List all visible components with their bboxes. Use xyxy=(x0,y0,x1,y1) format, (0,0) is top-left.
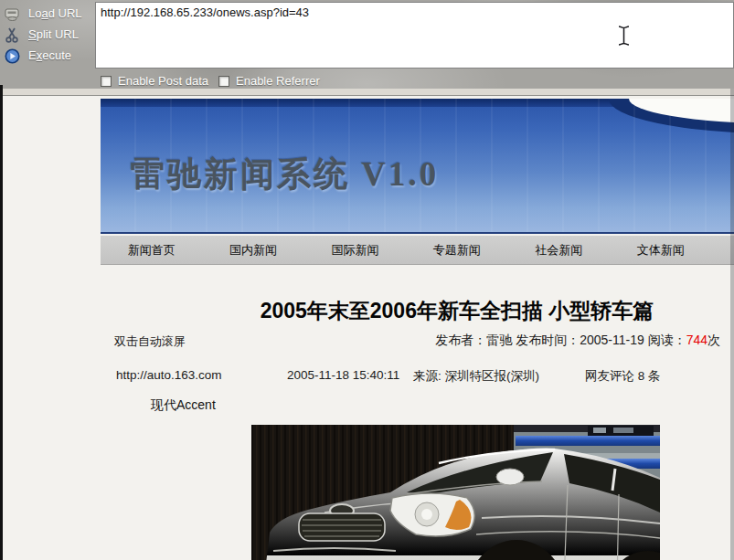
banner-top-band xyxy=(101,99,734,107)
window-left-edge xyxy=(0,85,3,560)
url-input[interactable]: http://192.168.65.233/onews.asp?id=43 xyxy=(95,2,734,69)
split-url-label: Split URL xyxy=(28,27,79,41)
nav-item-special[interactable]: 专题新闻 xyxy=(406,236,507,264)
read-count: 744 xyxy=(686,333,707,347)
execute-button[interactable]: Execute xyxy=(0,48,91,66)
source-row: http://auto.163.com 2005-11-18 15:40:11 … xyxy=(0,368,734,385)
browser-viewport: 雷驰新闻系统 V1.0 新闻首页 国内新闻 国际新闻 专题新闻 社会新闻 文体新… xyxy=(0,96,734,560)
enable-post-data-checkbox[interactable] xyxy=(101,76,112,87)
publisher-meta: 发布者：雷驰 发布时间：2005-11-19 阅读：744次 xyxy=(101,333,720,349)
drive-icon xyxy=(5,6,20,22)
nav-item-society[interactable]: 社会新闻 xyxy=(508,236,610,264)
enable-referrer-checkbox[interactable] xyxy=(218,76,229,87)
nav-item-home[interactable]: 新闻首页 xyxy=(101,236,202,264)
load-url-label: Load URL xyxy=(28,6,82,20)
url-toolbar: Load URL Split URL Execute http://192 xyxy=(0,0,734,89)
nav-item-international[interactable]: 国际新闻 xyxy=(304,236,406,264)
toolbar-bottom-strip xyxy=(0,89,734,96)
site-nav: 新闻首页 国内新闻 国际新闻 专题新闻 社会新闻 文体新闻 xyxy=(101,236,734,265)
blue-play-icon xyxy=(5,48,20,64)
nav-item-culture[interactable]: 文体新闻 xyxy=(610,236,711,264)
scissors-icon xyxy=(5,27,20,43)
source-name: 来源: 深圳特区报(深圳) xyxy=(413,368,539,385)
article-title: 2005年末至2006年新车全扫描 小型轿车篇 xyxy=(101,297,734,325)
enable-post-data-label: Enable Post data xyxy=(118,74,208,88)
window-right-edge xyxy=(730,89,734,560)
site-banner: 雷驰新闻系统 V1.0 xyxy=(101,99,734,234)
source-datetime: 2005-11-18 15:40:11 xyxy=(287,368,399,382)
nav-item-domestic[interactable]: 国内新闻 xyxy=(202,236,303,264)
banner-swoosh-dark xyxy=(609,99,734,133)
banner-swoosh-white xyxy=(629,99,734,123)
app-window: Load URL Split URL Execute http://192 xyxy=(0,0,734,560)
execute-label: Execute xyxy=(28,48,71,62)
split-url-button[interactable]: Split URL xyxy=(0,26,91,45)
article-photo xyxy=(251,425,660,560)
comments-count: 网友评论 8 条 xyxy=(585,368,661,385)
car-model-label: 现代Accent xyxy=(151,397,216,414)
load-url-button[interactable]: Load URL xyxy=(0,5,91,24)
site-title: 雷驰新闻系统 V1.0 xyxy=(131,152,439,197)
source-url: http://auto.163.com xyxy=(116,368,222,382)
enable-referrer-label: Enable Referrer xyxy=(236,74,320,88)
